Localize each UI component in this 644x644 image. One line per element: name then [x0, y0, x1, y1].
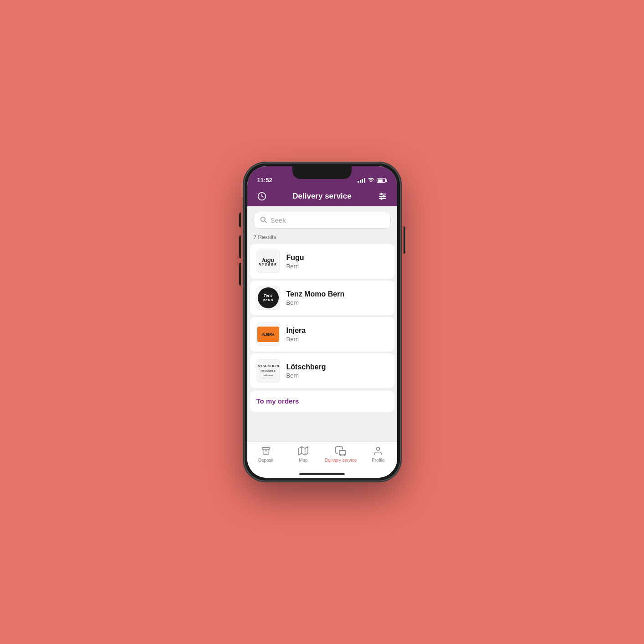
nav-label-profile: Profile	[372, 458, 384, 463]
restaurant-logo-tenz: Tenz MOMO	[256, 286, 280, 310]
delivery-icon	[335, 445, 346, 456]
tenz-logo-img: Tenz MOMO	[258, 287, 279, 308]
restaurant-logo-fugu: fugu NYDEER	[256, 250, 280, 273]
restaurant-name-fugu: Fugu	[286, 254, 304, 262]
map-icon	[298, 445, 309, 456]
power-button	[404, 226, 405, 254]
profile-icon	[373, 445, 383, 456]
home-indicator	[299, 473, 345, 475]
phone-screen: 11:52	[247, 166, 397, 478]
volume-down-button	[239, 263, 241, 286]
svg-marker-9	[299, 447, 308, 455]
svg-point-5	[383, 195, 384, 197]
phone-notch	[292, 166, 352, 179]
results-count: 7 Results	[247, 232, 397, 244]
restaurant-list: fugu NYDEER Fugu Bern Tenz	[247, 244, 397, 389]
svg-line-8	[265, 221, 266, 223]
history-button[interactable]	[255, 189, 269, 204]
nav-label-delivery: Delivery service	[325, 458, 357, 463]
search-bar[interactable]: Seek	[254, 212, 391, 229]
restaurant-location-fugu: Bern	[286, 263, 304, 270]
restaurant-name-lotsch: Lötschberg	[286, 363, 326, 371]
svg-point-15	[377, 447, 380, 450]
restaurant-location-tenz: Bern	[286, 299, 345, 306]
status-icons	[358, 177, 387, 184]
wifi-icon	[368, 177, 374, 184]
restaurant-info-tenz: Tenz Momo Bern Bern	[286, 290, 345, 306]
svg-point-4	[380, 193, 382, 194]
signal-icon	[358, 178, 365, 183]
deposit-icon	[261, 445, 271, 456]
battery-icon	[377, 178, 387, 183]
restaurant-item-tenz[interactable]: Tenz MOMO Tenz Momo Bern Bern	[250, 281, 394, 315]
nav-item-map[interactable]: Map	[285, 445, 322, 463]
bottom-nav: Deposit Map	[247, 441, 397, 478]
to-orders-section[interactable]: To my orders	[250, 391, 394, 412]
restaurant-logo-lotsch: LÖTSCHBERG restaurant & délicieux	[256, 359, 280, 383]
restaurant-name-tenz: Tenz Momo Bern	[286, 290, 345, 298]
restaurant-location-injera: Bern	[286, 336, 306, 342]
svg-point-14	[344, 455, 345, 455]
svg-point-6	[380, 198, 382, 199]
restaurant-info-injera: Injera Bern	[286, 327, 306, 342]
nav-item-deposit[interactable]: Deposit	[247, 445, 285, 463]
restaurant-item-lotsch[interactable]: LÖTSCHBERG restaurant & délicieux Lötsch…	[250, 353, 394, 388]
app-header: Delivery service	[247, 186, 397, 206]
phone-device: 11:52	[244, 163, 401, 481]
nav-label-deposit: Deposit	[258, 458, 274, 463]
volume-up-button	[239, 235, 241, 258]
filter-button[interactable]	[375, 189, 390, 204]
restaurant-location-lotsch: Bern	[286, 372, 326, 379]
nav-item-profile[interactable]: Profile	[359, 445, 397, 463]
restaurant-item-fugu[interactable]: fugu NYDEER Fugu Bern	[250, 244, 394, 279]
nav-label-map: Map	[299, 458, 307, 463]
to-orders-link[interactable]: To my orders	[256, 397, 299, 405]
mute-button	[239, 213, 241, 227]
header-title: Delivery service	[292, 192, 352, 201]
status-time: 11:52	[257, 177, 272, 184]
injera-logo-img: INJERA	[257, 327, 279, 342]
search-container: Seek	[247, 206, 397, 232]
search-placeholder: Seek	[271, 216, 286, 224]
lotsch-logo-img: LÖTSCHBERG restaurant & délicieux	[256, 364, 280, 378]
search-icon	[260, 216, 267, 225]
svg-point-13	[340, 455, 341, 455]
restaurant-logo-injera: INJERA	[256, 322, 280, 346]
nav-item-delivery[interactable]: Delivery service	[322, 445, 359, 463]
restaurant-name-injera: Injera	[286, 327, 306, 335]
main-content: Seek 7 Results fugu NYDEER Fugu	[247, 206, 397, 441]
restaurant-item-injera[interactable]: INJERA Injera Bern	[250, 317, 394, 352]
restaurant-info-fugu: Fugu Bern	[286, 254, 304, 270]
restaurant-info-lotsch: Lötschberg Bern	[286, 363, 326, 379]
